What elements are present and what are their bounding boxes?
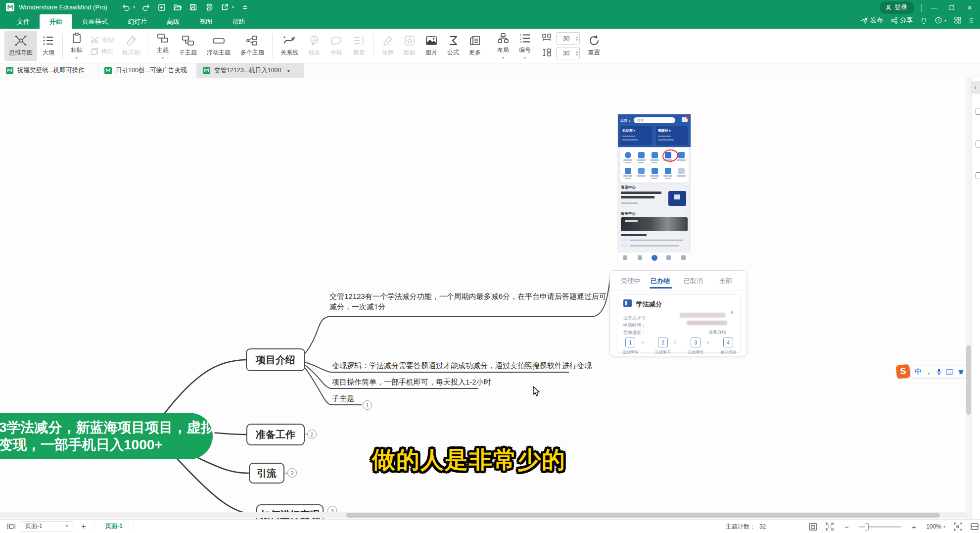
topic-button[interactable]: 主题 ▾: [152, 31, 174, 61]
ime-mic-icon[interactable]: [936, 368, 941, 375]
callout-button[interactable]: 标注: [304, 31, 325, 61]
doc-tab-1[interactable]: 祝福类壁纸...机即可操作: [0, 63, 98, 78]
numbering-button[interactable]: 123 编号 ▾: [514, 31, 535, 61]
ime-skin-icon[interactable]: [958, 369, 964, 375]
side-panel-icon[interactable]: [976, 172, 980, 179]
central-topic-line2: 变现，一部手机日入1000+: [0, 436, 213, 453]
zoom-level-dropdown[interactable]: 100% ▾: [926, 523, 945, 530]
copy-label: 拷贝: [101, 48, 113, 56]
zoom-slider-thumb[interactable]: [865, 523, 869, 531]
v-spacing-down-icon[interactable]: ▾: [576, 53, 578, 56]
collapse-badge[interactable]: 1: [363, 400, 372, 410]
restore-button[interactable]: ❐: [946, 4, 957, 11]
print-icon[interactable]: [204, 2, 214, 12]
side-panel-icon[interactable]: [976, 108, 980, 115]
icon-button[interactable]: 图标: [399, 31, 420, 61]
export-caret-icon[interactable]: ▾: [232, 5, 234, 9]
reset-button[interactable]: 重置: [584, 31, 605, 61]
doc-tab-2[interactable]: 日引100创...可接广告变现: [98, 63, 197, 78]
central-topic[interactable]: 3学法减分，新蓝海项目项目，虚拟 变现，一部手机日入1000+: [0, 413, 213, 459]
floating-topic-button[interactable]: 浮动主题: [202, 31, 235, 61]
mindmap-canvas[interactable]: 3学法减分，新蓝海项目项目，虚拟 变现，一部手机日入1000+ 项目介绍 准备工…: [0, 78, 980, 519]
copy-button[interactable]: 拷贝: [88, 48, 117, 56]
collapse-badge[interactable]: 2: [307, 430, 317, 439]
undo-icon[interactable]: [121, 2, 131, 12]
ime-punctuation[interactable]: ，: [926, 367, 932, 376]
close-button[interactable]: ✕: [964, 4, 975, 11]
new-file-icon[interactable]: [157, 2, 167, 12]
menu-help[interactable]: 帮助: [222, 14, 255, 29]
fullscreen-icon[interactable]: [825, 522, 834, 531]
formula-button[interactable]: 公式: [443, 31, 464, 61]
panel-collapse-button[interactable]: ‹: [971, 81, 980, 94]
comment-button[interactable]: 注释: [377, 31, 398, 61]
outline-mode-button[interactable]: 大纲: [38, 31, 59, 61]
layout-button[interactable]: 布局 ▾: [493, 31, 513, 61]
phone-screenshot-image[interactable]: 阜阳 ∨ 搜索 机动车 ▸ 驾驶证 ▸: [618, 114, 691, 263]
pages-panel-icon[interactable]: [7, 522, 16, 531]
v-spacing-value[interactable]: 30: [557, 50, 576, 57]
h-spacing-stepper[interactable]: 30 ▴▾: [556, 32, 580, 45]
focus-frame-icon[interactable]: [953, 522, 962, 531]
progress-card-image[interactable]: 受理中 已办结 已取消 全部 学法减分 ∧ 业务流水号： 申请时间： 受理进度：…: [609, 270, 747, 356]
edge-partial-icon[interactable]: [970, 522, 979, 531]
format-painter-button[interactable]: 格式刷: [118, 31, 144, 61]
help-icon[interactable]: ? ▾: [935, 17, 946, 24]
partial-edge-icon[interactable]: [969, 17, 973, 24]
notifications-bell-icon[interactable]: [921, 17, 927, 24]
minimize-button[interactable]: —: [929, 4, 939, 11]
undo-caret-icon[interactable]: ▾: [133, 5, 135, 9]
boundary-button[interactable]: 外框: [326, 31, 347, 61]
subtopic-button[interactable]: 子主题: [175, 31, 201, 61]
ime-keyboard-icon[interactable]: [946, 369, 953, 375]
h-spacing-value[interactable]: 30: [557, 35, 576, 42]
more-button[interactable]: 更多: [465, 31, 485, 61]
menu-page-style[interactable]: 页面样式: [72, 14, 118, 29]
picture-button[interactable]: 图片: [421, 31, 442, 61]
menu-slideshow[interactable]: 幻灯片: [118, 14, 157, 29]
fit-window-icon[interactable]: [808, 522, 817, 531]
zoom-slider[interactable]: [859, 526, 901, 528]
menu-home[interactable]: 开始: [40, 14, 72, 29]
vertical-scrollbar-thumb[interactable]: [966, 345, 971, 415]
topic-project-intro[interactable]: 项目介绍: [246, 348, 305, 371]
page-tab-active[interactable]: 页面-1: [99, 522, 129, 531]
h-spacing-down-icon[interactable]: ▾: [576, 39, 578, 42]
collapse-badge[interactable]: 2: [287, 468, 297, 478]
menu-file[interactable]: 文件: [7, 14, 40, 29]
topic-preparation[interactable]: 准备工作: [246, 424, 305, 445]
topic-traffic[interactable]: 引流: [249, 463, 284, 484]
add-page-button[interactable]: +: [78, 522, 89, 532]
side-panel-icon[interactable]: [976, 141, 980, 147]
zoom-in-button[interactable]: +: [909, 522, 918, 531]
menu-advanced[interactable]: 高级: [157, 14, 189, 29]
doc-tab-3-active[interactable]: 交管12123...机日入1000 ●: [197, 63, 304, 78]
horizontal-scrollbar-thumb[interactable]: [346, 513, 940, 518]
page-select-dropdown[interactable]: 页面-1 ▼: [21, 521, 73, 532]
customize-quickbar-icon[interactable]: [240, 2, 250, 12]
mindmap-mode-button[interactable]: 思维导图: [4, 31, 37, 61]
child-topic-simple[interactable]: 项目操作简单，一部手机即可，每天投入1-2小时: [332, 378, 491, 387]
share-button[interactable]: 分享: [891, 16, 913, 25]
child-topic-logic[interactable]: 变现逻辑：学法减分需要答题通过才能成功减分，通过卖拍照搜题软件进行变现: [332, 361, 592, 371]
publish-button[interactable]: 发布: [861, 16, 883, 25]
menu-view[interactable]: 视图: [189, 14, 222, 29]
save-icon[interactable]: [188, 2, 198, 12]
redo-icon[interactable]: [141, 2, 151, 12]
sogou-logo-icon[interactable]: S: [896, 364, 911, 379]
relationship-button[interactable]: 关系线: [276, 31, 303, 61]
login-button[interactable]: 登录: [880, 1, 914, 14]
cut-button[interactable]: 剪切: [88, 36, 117, 45]
ime-chinese-mode[interactable]: 中: [915, 367, 921, 376]
v-spacing-stepper[interactable]: 30 ▴▾: [556, 47, 580, 59]
child-topic-feature[interactable]: 交管12123有一个学法减分功能，一个周期内最多减6分，在平台申请后答题通过后可…: [329, 291, 607, 312]
open-file-icon[interactable]: [173, 2, 183, 12]
zoom-out-button[interactable]: −: [842, 522, 851, 531]
multi-topic-button[interactable]: 多个主题: [236, 31, 269, 61]
vertical-scrollbar-track[interactable]: [966, 78, 972, 519]
export-icon[interactable]: [220, 2, 230, 12]
apps-grid-icon[interactable]: [954, 17, 961, 24]
paste-button[interactable]: 粘贴 ▾: [66, 31, 87, 61]
summary-button[interactable]: 概要: [348, 31, 370, 61]
child-topic-subtopic[interactable]: 子主题: [332, 394, 354, 403]
